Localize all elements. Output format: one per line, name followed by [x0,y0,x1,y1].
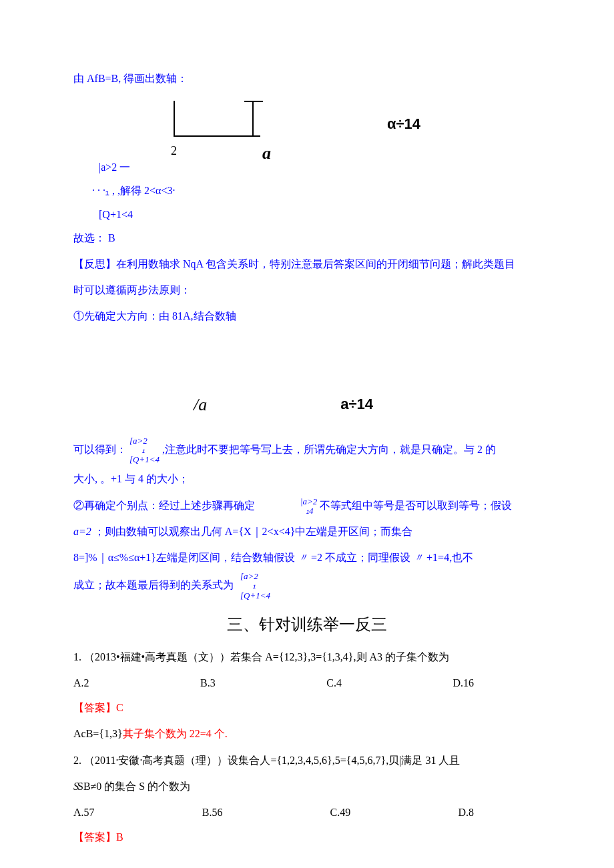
t: 可以得到： [73,444,127,455]
line-3: 故选： B [73,226,541,250]
diagram-2: /a a÷14 [73,375,541,435]
diagram2-label: /a [194,386,207,424]
axis-label-2: 2 [171,138,177,165]
brace-group-1: |a>2 一 · · ·₁ , ,解得 2<α<3· [Q+1<4 [92,155,541,226]
line-5: 时可以遵循两步法原则： [73,278,541,302]
alpha-label-2: a÷14 [340,388,373,420]
opt-c: C.49 [330,801,351,824]
axis-label-a: a [262,134,271,172]
t: · · ·₁ [92,185,109,196]
line-12: 成立；故本题最后得到的关系式为 [a>2 ₁ [Q+1<4 [73,572,541,600]
q2-line1: 2. （2011·安徽·高考真题（理））设集合人={1,2,3,4,5,6},5… [73,749,541,772]
t: 〃 [413,552,424,563]
t: 得画出数轴： [123,73,188,84]
opt-b: B.3 [200,671,216,695]
section-3-title: 三、针对训练举一反三 [73,607,541,642]
t: AcB={1,3} [73,728,123,739]
t: B [108,232,115,244]
t: 8=]%｜α≤%≤α+1}左端是闭区间，结合数轴假设 [73,552,295,563]
line-4: 【反思】在利用数轴求 NqA 包含关系时，特别注意最后答案区间的开闭细节问题；解… [73,252,541,276]
ans1: 【答案】C [73,696,541,719]
t: ₁ [240,580,256,590]
opt-a: A.2 [73,671,89,695]
opt-c: C.4 [326,671,342,695]
t: [Q+1<4 [92,203,541,226]
line-1: 由 AfB=B, 得画出数轴： [73,67,541,90]
line-11: 8=]%｜α≤%≤α+1}左端是闭区间，结合数轴假设 〃 =2 不成立；同理假设… [73,546,541,569]
brace-4: [a>2 ₁ [Q+1<4 [240,572,270,600]
q2-options: A.57 B.56 C.49 D.8 [73,801,474,824]
t: SB≠0 的集合 S 的个数为 [77,781,190,792]
t: ；则由数轴可以观察出几何 A={X｜2<x<4}中左端是开区间；而集合 [94,526,413,537]
line-10: a=2 ；则由数轴可以观察出几何 A={X｜2<x<4}中左端是开区间；而集合 [73,520,541,543]
alpha-label: α÷14 [387,108,420,140]
t: B [116,831,123,843]
t: =2 不成立；同理假设 [311,552,410,563]
brace-3: |a>2 ₁4 [300,497,317,516]
diagram-1: 2 a α÷14 [73,94,541,154]
opt-d: D.16 [452,671,474,695]
brace-2: [a>2 ₁ [Q+1<4 [129,436,160,465]
t: 故选： [73,232,105,244]
q1-options: A.2 B.3 C.4 D.16 [73,671,474,695]
opt-b: B.56 [202,801,223,824]
t: C [116,702,123,713]
line-9: ②再确定个别点：经过上述步骤再确定 |a>2 ₁4 不等式组中等号是否可以取到等… [73,494,541,517]
t: [a>2 [240,571,258,581]
line-6: ①先确定大方向：由 81A,结合数轴 [73,304,541,328]
q2-line2: SSB≠0 的集合 S 的个数为 [73,775,541,798]
line-7: 可以得到： [a>2 ₁ [Q+1<4 ,注意此时不要把等号写上去，所谓先确定大… [73,436,541,465]
t: 其子集个数为 22=4 个. [123,728,228,739]
t: a=2 [73,526,91,537]
axis-figure: 2 a [174,101,254,147]
t: ②再确定个别点：经过上述步骤再确定 [73,500,255,511]
t: 不等式组中等号是否可以取到等号；假设 [320,500,512,511]
t: 【答案】 [73,702,116,713]
t: , ,解得 2<α<3· [112,185,175,196]
t: +1=4,也不 [426,552,473,563]
t: |a>2 一 [92,155,541,179]
q1: 1. （2013•福建•高考真题（文））若集合 A={12,3},3={1,3,… [73,645,541,669]
t: [a>2 [129,436,147,446]
t: ,注意此时不要把等号写上去，所谓先确定大方向，就是只确定。与 2 的 [162,444,496,455]
line-8: 大小, 。+1 与 4 的大小； [73,467,541,490]
opt-d: D.8 [458,801,474,824]
opt-a: A.57 [73,801,95,824]
t: 由 [73,73,87,84]
expl1: AcB={1,3}其子集个数为 22=4 个. [73,722,541,745]
t: |a>2 [300,496,317,506]
t: AfB=B, [87,73,121,84]
t: ₁ [129,445,145,455]
t: 【答案】 [73,831,116,843]
t: ₁4 [300,506,314,516]
t: 成立；故本题最后得到的关系式为 [73,579,234,590]
ans2: 【答案】B [73,825,541,849]
t: [Q+1<4 [240,590,270,600]
t: 〃 [298,552,308,563]
t: [Q+1<4 [129,454,160,464]
